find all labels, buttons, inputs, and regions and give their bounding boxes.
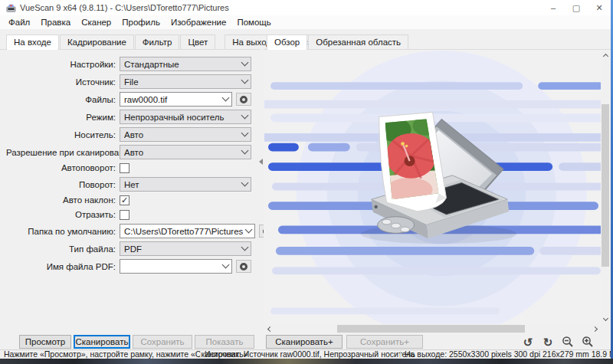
preview-horizontal-scrollbar[interactable] — [264, 324, 601, 333]
minimize-button[interactable]: – — [542, 0, 565, 15]
vertical-scroll-thumb[interactable] — [602, 104, 609, 267]
mode-select[interactable]: Непрозрачный носитель — [120, 110, 251, 124]
gear-icon — [240, 96, 247, 103]
title-bar[interactable]: VueScan 9 x64 (9.8.11) - C:\Users\DToret… — [0, 0, 611, 15]
settings-select[interactable]: Стандартные — [120, 57, 251, 71]
media-select[interactable]: Авто — [120, 127, 251, 142]
scan-button[interactable]: Сканировать — [74, 335, 130, 349]
close-button[interactable]: ✕ — [588, 0, 611, 15]
chevron-left-icon — [267, 326, 273, 331]
menu-image[interactable]: Изображение — [166, 16, 231, 28]
rotate-right-button[interactable]: ↻ — [540, 335, 556, 349]
menu-profile[interactable]: Профиль — [116, 16, 166, 28]
form-row-autoskew: Авто наклон: ✓ — [6, 195, 251, 205]
preview-vertical-scrollbar[interactable] — [601, 51, 610, 324]
tab-filter[interactable]: Фильтр — [135, 34, 180, 49]
chevron-down-icon — [222, 261, 230, 269]
pdf-filename-combo[interactable] — [120, 259, 232, 274]
preview-tabstrip: Обзор Обрезанная область — [264, 33, 611, 49]
settings-panel: На входе Кадрирование Фильтр Цвет На вых… — [0, 30, 261, 334]
window-title: VueScan 9 x64 (9.8.11) - C:\Users\DToret… — [20, 3, 229, 12]
source-select[interactable]: File — [120, 74, 251, 89]
chevron-down-icon — [245, 226, 253, 234]
tab-cropped-area[interactable]: Обрезанная область — [308, 34, 408, 49]
chevron-down-icon — [241, 147, 249, 155]
menu-bar: Файл Правка Сканер Профиль Изображение П… — [0, 15, 611, 30]
action-button-row: Просмотр Сканировать Сохранить Показать … — [0, 334, 611, 349]
horizontal-scroll-thumb[interactable] — [337, 325, 525, 333]
scan-resolution-select[interactable]: Авто — [120, 145, 251, 159]
files-combo[interactable]: raw0000.tif — [120, 92, 232, 107]
settings-tabstrip: На входе Кадрирование Фильтр Цвет На вых… — [0, 33, 261, 49]
desktop-wallpaper-strip — [0, 359, 613, 364]
desktop: VueScan 9 x64 (9.8.11) - C:\Users\DToret… — [0, 0, 613, 364]
preview-tab-page — [264, 49, 611, 334]
form-row-settings: Настройки: Стандартные — [6, 57, 251, 71]
form-row-filetype: Тип файла: PDF — [6, 241, 251, 256]
gear-icon — [240, 263, 247, 271]
source-value: File — [124, 77, 239, 87]
chevron-down-icon — [222, 94, 230, 102]
mirror-checkbox[interactable] — [120, 210, 129, 220]
scroll-up-button[interactable] — [601, 51, 610, 60]
save-button[interactable]: Сохранить — [133, 335, 192, 349]
form-row-pdfname: Имя файла PDF: — [6, 259, 251, 274]
rotation-select[interactable]: Нет — [120, 177, 251, 192]
maximize-button[interactable]: ▢ — [565, 0, 588, 15]
zoom-out-button[interactable] — [560, 335, 575, 349]
scroll-down-button[interactable] — [601, 315, 610, 324]
menu-edit[interactable]: Правка — [35, 16, 76, 28]
tab-color[interactable]: Цвет — [180, 34, 215, 49]
chevron-down-icon — [241, 130, 249, 137]
menu-help[interactable]: Помощь — [231, 16, 276, 28]
settings-label: Настройки: — [6, 60, 120, 69]
autoskew-label: Авто наклон: — [6, 195, 120, 205]
scroll-left-button[interactable] — [264, 324, 274, 333]
scroll-right-button[interactable] — [592, 324, 601, 333]
form-row-rotation: Поворот: Нет — [6, 177, 251, 192]
autorotate-label: Автоповорот: — [6, 163, 120, 172]
chevron-down-icon — [241, 244, 249, 251]
zoom-in-button[interactable] — [580, 335, 595, 349]
checkmark-icon: ✓ — [121, 196, 128, 205]
tab-overview[interactable]: Обзор — [267, 34, 307, 50]
status-bar: Нажмите «Просмотр», настройте рамку, наж… — [0, 349, 611, 359]
status-output: На выходе: 2550x3300 pixels 300 dpi 216x… — [405, 350, 613, 359]
menu-file[interactable]: Файл — [3, 16, 35, 28]
auto-skew-checkbox[interactable]: ✓ — [120, 195, 129, 205]
rotate-left-icon: ↺ — [523, 336, 533, 348]
scrollbar-corner — [601, 324, 610, 333]
tab-crop[interactable]: Кадрирование — [60, 34, 134, 49]
menu-scanner[interactable]: Сканер — [76, 16, 116, 28]
chevron-down-icon — [241, 77, 249, 84]
tab-input[interactable]: На входе — [6, 34, 59, 50]
minimize-icon: – — [551, 3, 556, 12]
files-value: raw0000.tif — [124, 95, 220, 104]
zoom-out-icon — [562, 336, 574, 348]
form-row-mirror: Отразить: — [6, 209, 251, 220]
files-options-button[interactable] — [236, 93, 251, 106]
filetype-value: PDF — [124, 244, 239, 254]
resolution-label: Разрешение при сканировании: — [6, 148, 120, 157]
close-icon: ✕ — [595, 3, 602, 13]
scan-plus-button[interactable]: Сканировать+ — [266, 335, 343, 349]
default-folder-combo[interactable]: C:\Users\DToretto777\Pictures — [120, 224, 255, 238]
preview-area[interactable] — [264, 50, 611, 334]
filetype-label: Тип файла: — [6, 244, 120, 254]
file-type-select[interactable]: PDF — [120, 241, 251, 256]
rotate-left-button[interactable]: ↺ — [520, 335, 536, 349]
status-source: Источник: Источник raw0000.tif, Непрозра… — [205, 350, 415, 359]
folder-label: Папка по умолчанию: — [6, 227, 120, 236]
form-row-folder: Папка по умолчанию: C:\Users\DToretto777… — [6, 224, 251, 238]
pdfname-options-button[interactable] — [236, 260, 251, 273]
save-plus-button[interactable]: Сохранить+ — [346, 335, 423, 349]
show-button[interactable]: Показать — [195, 335, 254, 349]
media-label: Носитель: — [6, 130, 120, 139]
mode-label: Режим: — [6, 113, 120, 122]
vuescan-logo-artwork — [264, 51, 601, 324]
chevron-up-icon — [602, 54, 608, 59]
autorotate-checkbox[interactable] — [120, 163, 129, 173]
preview-button[interactable]: Просмотр — [19, 335, 71, 349]
form-row-source: Источник: File — [6, 74, 251, 89]
vuescan-app-icon — [6, 3, 16, 13]
